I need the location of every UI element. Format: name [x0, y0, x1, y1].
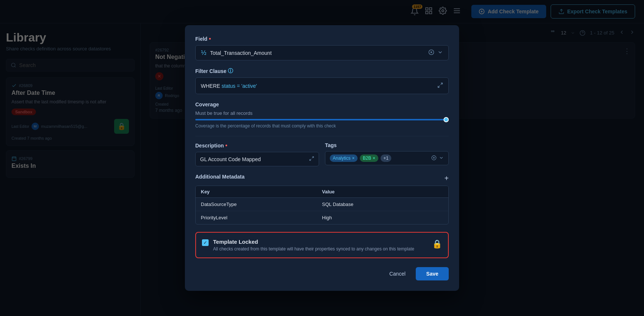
filter-clause-info-icon[interactable]: ⓘ — [228, 68, 233, 74]
value-header: Value — [322, 189, 443, 194]
template-locked-checkbox[interactable]: ✓ — [202, 239, 209, 246]
expand-filter-button[interactable] — [437, 82, 443, 89]
required-indicator: • — [209, 36, 211, 42]
tag-chip-analytics: Analytics × — [330, 154, 358, 162]
cancel-button[interactable]: Cancel — [384, 268, 412, 280]
clear-field-button[interactable] — [428, 49, 434, 56]
expand-field-button[interactable] — [437, 49, 443, 56]
clear-tags-button[interactable] — [431, 155, 436, 162]
separator — [195, 136, 449, 136]
metadata-table: Key Value DataSourceType SQL Database Pr… — [195, 186, 449, 224]
field-input-row[interactable]: ⅟₂ Total_Transaction_Amount — [195, 45, 449, 60]
template-locked-description: All checks created from this template wi… — [213, 246, 414, 252]
expand-description-button[interactable] — [309, 156, 314, 162]
meta-value-1: High — [322, 215, 443, 220]
metadata-table-header: Key Value — [196, 186, 448, 198]
template-locked-section: ✓ Template Locked All checks created fro… — [195, 232, 449, 258]
add-metadata-button[interactable]: + — [444, 174, 449, 183]
modal-overlay: Field • ⅟₂ Total_Transaction_Amount — [0, 0, 644, 316]
tags-label: Tags — [325, 142, 449, 148]
field-label: Field • — [195, 36, 449, 42]
field-value: Total_Transaction_Amount — [210, 50, 425, 56]
meta-key-1: PriorityLevel — [201, 215, 322, 220]
tags-dropdown-button[interactable] — [439, 155, 444, 162]
meta-value-0: SQL Database — [322, 202, 443, 207]
description-label: Description • — [195, 142, 319, 149]
filter-condition: status = 'active' — [222, 83, 257, 89]
required-indicator: • — [225, 142, 228, 149]
coverage-label: Coverage — [195, 102, 449, 107]
remove-tag-b2b[interactable]: × — [373, 156, 375, 161]
description-input[interactable]: GL Account Code Mapped — [195, 152, 319, 166]
modal-dialog: Field • ⅟₂ Total_Transaction_Amount — [185, 25, 459, 291]
additional-metadata-header: Additional Metadata + — [195, 174, 449, 183]
desc-tags-row: Description • GL Account Code Mapped Tag… — [195, 142, 449, 166]
template-locked-title: Template Locked — [213, 239, 414, 245]
table-row[interactable]: PriorityLevel High — [196, 211, 448, 224]
additional-metadata-label: Additional Metadata — [195, 174, 245, 180]
tag-chip-plus: +1 — [381, 154, 392, 162]
key-header: Key — [201, 189, 322, 194]
table-row[interactable]: DataSourceType SQL Database — [196, 198, 448, 211]
template-lock-icon: 🔒 — [432, 239, 442, 249]
meta-key-0: DataSourceType — [201, 202, 322, 207]
filter-clause-label: Filter Clause ⓘ — [195, 68, 449, 74]
tag-chip-b2b: B2B × — [360, 154, 378, 162]
field-type-icon: ⅟₂ — [201, 49, 206, 56]
coverage-description: Must be true for all records — [195, 110, 449, 116]
coverage-slider[interactable] — [195, 119, 449, 120]
coverage-note: Coverage is the percentage of records th… — [195, 123, 449, 129]
filter-clause-box[interactable]: WHERE status = 'active' — [195, 77, 449, 94]
tags-input[interactable]: Analytics × B2B × +1 — [325, 151, 449, 165]
modal-footer: Cancel Save — [195, 267, 449, 280]
filter-where: WHERE — [201, 83, 220, 89]
background: 1157 — [0, 0, 644, 316]
remove-tag-analytics[interactable]: × — [352, 156, 355, 161]
description-value: GL Account Code Mapped — [200, 156, 261, 162]
save-button[interactable]: Save — [416, 267, 449, 280]
